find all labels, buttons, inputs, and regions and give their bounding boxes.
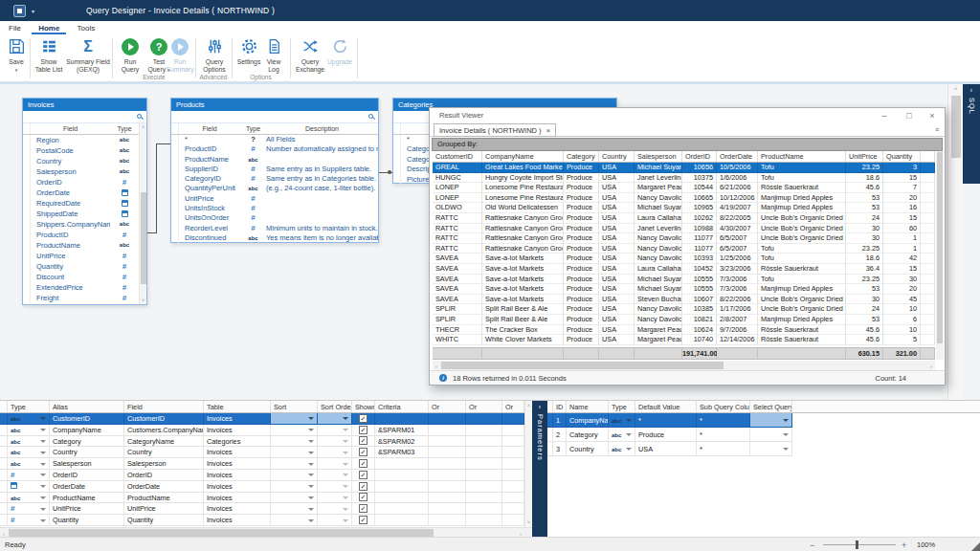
result-cell[interactable]: 10607 — [682, 295, 717, 305]
result-cell[interactable]: 8/22/2006 — [717, 295, 758, 305]
result-row[interactable]: SAVEASave-a-lot MarketsProduceUSANancy D… — [433, 253, 935, 264]
row-indicator[interactable] — [0, 458, 8, 470]
field-cell[interactable]: Salesperson — [124, 458, 204, 470]
column-header-id[interactable]: ID — [553, 401, 567, 412]
view-log-button[interactable]: View Log — [260, 37, 287, 74]
shown-cell[interactable]: ✓ — [352, 515, 375, 526]
table-cell[interactable]: Invoices — [204, 503, 271, 515]
criteria-cell[interactable] — [375, 515, 429, 526]
default-value-cell[interactable]: * — [635, 413, 697, 428]
result-cell[interactable]: Rössle Sauerkraut — [758, 325, 846, 336]
column-header-salesperson[interactable]: Salesperson — [635, 151, 682, 162]
column-header-type[interactable]: Type — [8, 401, 50, 412]
row-indicator[interactable] — [0, 447, 8, 458]
or-cell[interactable] — [429, 413, 466, 425]
or-cell[interactable] — [429, 515, 466, 526]
result-cell[interactable]: 16 — [883, 203, 921, 213]
field-name[interactable]: Shippers.CompanyName — [31, 219, 110, 230]
result-cell[interactable]: Nancy Davolio — [635, 233, 682, 244]
shown-checkbox[interactable]: ✓ — [359, 459, 368, 468]
result-cell[interactable]: Produce — [564, 284, 599, 295]
result-cell[interactable]: Uncle Bob's Organic Dried Pears — [758, 224, 846, 234]
result-cell[interactable]: 45.6 — [846, 335, 883, 345]
sort-order-cell[interactable] — [318, 481, 352, 493]
field-name[interactable]: UnitsOnOrder — [179, 213, 240, 223]
save-button[interactable]: Save ▾ — [2, 37, 31, 74]
result-cell[interactable]: Rattlesnake Canyon Grocery — [482, 244, 564, 254]
summary-field-button[interactable]: Σ Summary Field (GEXQ) — [65, 37, 111, 74]
result-cell[interactable]: Produce — [564, 244, 599, 254]
sort-cell[interactable] — [271, 447, 318, 458]
result-cell[interactable]: Nancy Davolio — [635, 244, 682, 254]
result-row[interactable]: RATTCRattlesnake Canyon GroceryProduceUS… — [433, 244, 935, 254]
alias-cell[interactable]: Country — [50, 447, 124, 458]
result-cell[interactable]: Tofu — [758, 275, 846, 285]
result-cell[interactable]: 11077 — [682, 244, 717, 254]
field-row[interactable]: UnitsOnOrder# — [171, 213, 378, 223]
field-cell[interactable]: OrderDate — [124, 481, 204, 493]
result-cell[interactable]: Produce — [564, 264, 599, 275]
result-row[interactable]: SPLIRSplit Rail Beer & AleProduceUSANanc… — [433, 304, 935, 315]
column-header-productname[interactable]: ProductName — [758, 151, 846, 162]
query-exchange-button[interactable]: Query Exchange — [291, 37, 329, 74]
result-cell[interactable]: 7 — [883, 183, 921, 193]
result-cell[interactable]: 7/3/2006 — [717, 284, 758, 295]
sort-order-cell[interactable] — [318, 436, 352, 448]
result-row[interactable]: SAVEASave-a-lot MarketsProduceUSALaura C… — [433, 264, 935, 275]
field-grid-row[interactable]: OrderDateOrderDateInvoices✓ — [0, 481, 524, 493]
criteria-cell[interactable] — [375, 493, 429, 504]
sort-order-cell[interactable] — [318, 458, 352, 470]
or-cell[interactable] — [502, 413, 524, 425]
result-cell[interactable]: Nancy Davolio — [635, 193, 682, 204]
field-row[interactable]: ProductID# — [23, 230, 146, 240]
expand-right-icon[interactable]: › — [532, 401, 547, 410]
result-row[interactable]: RATTCRattlesnake Canyon GroceryProduceUS… — [433, 224, 935, 234]
result-cell[interactable]: Nancy Davolio — [635, 315, 682, 325]
result-cell[interactable]: SAVEA — [433, 275, 482, 285]
result-cell[interactable]: 10/5/2006 — [717, 163, 758, 173]
field-row[interactable]: CategoryID#Same entry as in Categories t… — [171, 174, 378, 184]
result-cell[interactable]: Produce — [564, 224, 599, 234]
column-header-companyname[interactable]: CompanyName — [482, 151, 564, 162]
menu-file[interactable]: File — [2, 21, 28, 34]
result-cell[interactable]: Produce — [564, 315, 599, 325]
or-cell[interactable] — [429, 481, 466, 493]
result-cell[interactable]: 53 — [846, 284, 883, 295]
result-cell[interactable]: 18.6 — [846, 173, 883, 184]
result-cell[interactable]: USA — [599, 275, 635, 285]
result-cell[interactable]: 6/5/2007 — [717, 244, 758, 254]
criteria-cell[interactable]: &SPARM02 — [375, 436, 429, 448]
result-cell[interactable]: SAVEA — [433, 253, 482, 264]
field-name[interactable]: SupplierID — [179, 165, 240, 174]
or-cell[interactable] — [429, 470, 466, 481]
field-name[interactable]: CategoryID — [179, 174, 240, 184]
result-cell[interactable]: The Cracker Box — [482, 325, 564, 336]
result-cell[interactable]: Michael Suyama — [635, 284, 682, 295]
name-cell[interactable]: Category — [567, 428, 609, 442]
grouped-by-band[interactable]: Grouped By: — [432, 138, 943, 151]
field-row[interactable]: DiscontinuedabcYes means item is no long… — [171, 233, 378, 243]
result-cell[interactable]: Produce — [564, 275, 599, 285]
result-cell[interactable]: 9/7/2006 — [717, 325, 758, 336]
or-cell[interactable] — [502, 425, 524, 436]
sub-query-column-cell[interactable]: * — [697, 442, 750, 456]
result-cell[interactable]: 11077 — [682, 233, 717, 244]
field-cell[interactable]: Quantity — [124, 515, 204, 526]
result-cell[interactable]: 15 — [883, 264, 921, 275]
result-cell[interactable]: RATTC — [433, 213, 482, 224]
scroll-up-icon[interactable]: ˄ — [525, 402, 532, 409]
field-row[interactable]: Freight# — [23, 293, 146, 303]
result-row[interactable]: WHITCWhite Clover MarketsProduceUSAMarga… — [433, 335, 935, 345]
field-grid-vertical-scrollbar[interactable]: ˄ ˅ — [524, 401, 532, 527]
result-cell[interactable]: Margaret Peacock — [635, 335, 682, 345]
result-cell[interactable]: Produce — [564, 253, 599, 264]
field-cell[interactable]: CustomerID — [124, 413, 204, 425]
criteria-cell[interactable] — [375, 503, 429, 515]
criteria-cell[interactable] — [375, 481, 429, 493]
scroll-up-icon[interactable]: ˄ — [140, 123, 146, 131]
result-row[interactable]: OLDWOOld World DelicatessenProduceUSAMic… — [433, 203, 935, 213]
result-cell[interactable]: Produce — [564, 325, 599, 336]
result-row[interactable]: THECRThe Cracker BoxProduceUSAMargaret P… — [433, 325, 935, 336]
or-cell[interactable] — [429, 425, 466, 436]
result-cell[interactable]: Produce — [564, 233, 599, 244]
